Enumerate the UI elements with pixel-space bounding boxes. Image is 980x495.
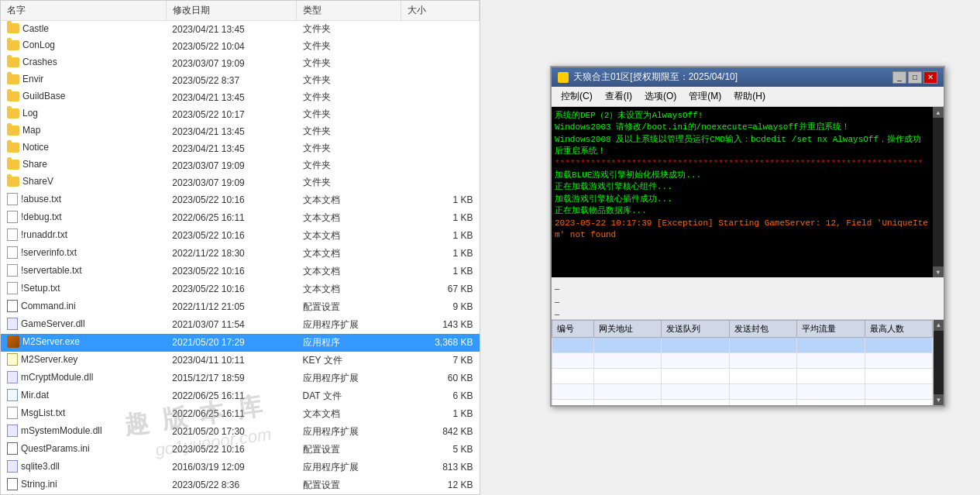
exe-icon <box>7 335 19 348</box>
table-row[interactable]: MsgList.txt 2022/06/25 16:11 文本文档 1 KB <box>1 405 480 423</box>
file-date: 2016/03/19 12:09 <box>166 459 296 476</box>
file-type: 文件夹 <box>297 174 401 191</box>
file-date: 2023/05/22 10:16 <box>166 191 296 209</box>
table-row[interactable]: Map 2023/04/21 13:45 文件夹 <box>1 123 480 140</box>
table-row[interactable]: ShareV 2023/03/07 19:09 文件夹 <box>1 174 480 191</box>
file-size <box>401 89 480 106</box>
server-cell <box>729 383 796 399</box>
file-type: DAT 文件 <box>297 387 401 405</box>
server-table: 编号网关地址发送队列发送封包平均流量最高人数 <box>552 320 933 406</box>
table-row[interactable]: Share 2023/03/07 19:09 文件夹 <box>1 157 480 174</box>
folder-icon <box>7 40 19 50</box>
console-line: 正在加载物品数据库... <box>555 205 930 217</box>
folder-icon <box>7 160 19 170</box>
close-button[interactable]: ✕ <box>923 71 937 84</box>
table-row[interactable]: !runaddr.txt 2023/05/22 10:16 文本文档 1 KB <box>1 227 480 245</box>
folder-icon <box>7 125 19 136</box>
file-icon-wrap: !runaddr.txt <box>7 229 67 241</box>
file-name: M2Server.key <box>1 352 166 370</box>
file-icon-wrap: !servertable.txt <box>7 264 82 277</box>
col-name[interactable]: 名字 <box>1 1 166 21</box>
table-row[interactable]: !servertable.txt 2023/05/22 10:16 文本文档 1… <box>1 263 480 280</box>
console-scrollbar[interactable]: ▲ ▼ <box>933 107 944 277</box>
file-date: 2022/11/12 21:05 <box>166 298 296 316</box>
table-row[interactable]: M2Server.exe 2021/05/20 17:29 应用程序 3,368… <box>1 334 480 352</box>
table-row[interactable]: Crashes 2023/03/07 19:09 文件夹 <box>1 55 480 72</box>
file-type: 应用程序扩展 <box>297 316 401 334</box>
file-size: 3,368 KB <box>401 334 480 352</box>
console-line: 加载游戏引擎核心插件成功... <box>555 194 930 205</box>
right-scroll-up[interactable]: ▲ <box>934 320 944 331</box>
server-table-row <box>552 383 933 399</box>
col-date[interactable]: 修改日期 <box>166 1 296 21</box>
col-size[interactable]: 大小 <box>401 1 480 21</box>
file-icon-wrap: mSystemModule.dll <box>7 425 102 437</box>
server-cell <box>552 368 594 383</box>
table-row[interactable]: Castle 2023/04/21 13:45 文件夹 <box>1 21 480 38</box>
scroll-down-arrow[interactable]: ▼ <box>933 266 944 277</box>
file-table: 名字 修改日期 类型 大小 Castle 2023/04/21 13:45 文件… <box>1 1 480 494</box>
right-scrollbar[interactable]: ▲ ▼ <box>933 320 944 406</box>
file-size <box>401 140 480 157</box>
file-type: 文件夹 <box>297 38 401 55</box>
table-row[interactable]: !Setup.txt 2023/05/22 10:16 文本文档 67 KB <box>1 280 480 298</box>
menu-help[interactable]: 帮助(H) <box>727 88 772 105</box>
file-icon-wrap: M2Server.exe <box>7 335 80 348</box>
table-row[interactable]: mCryptModule.dll 2015/12/17 18:59 应用程序扩展… <box>1 370 480 387</box>
file-icon-wrap: M2Server.key <box>7 353 77 366</box>
col-type[interactable]: 类型 <box>297 1 401 21</box>
server-cell <box>593 399 661 405</box>
file-name: Castle <box>1 21 166 38</box>
file-name: Share <box>1 157 166 174</box>
file-date: 2022/06/25 16:11 <box>166 405 296 423</box>
console-output: 系统的DEP（2）未设置为AlwaysOff!Windows2003 请修改/b… <box>555 110 940 241</box>
table-row[interactable]: Envir 2023/05/22 8:37 文件夹 <box>1 72 480 89</box>
file-icon-wrap: Share <box>7 159 47 170</box>
table-row[interactable]: GameServer.dll 2021/03/07 11:54 应用程序扩展 1… <box>1 316 480 334</box>
right-track[interactable] <box>934 331 944 395</box>
file-icon-wrap: ConLog <box>7 40 55 50</box>
minimize-button[interactable]: _ <box>892 71 906 84</box>
file-size <box>401 55 480 72</box>
right-scroll-down[interactable]: ▼ <box>934 394 944 405</box>
table-row[interactable]: Notice 2023/04/21 13:45 文件夹 <box>1 140 480 157</box>
menu-control[interactable]: 控制(C) <box>555 88 599 105</box>
table-row[interactable]: Log 2023/05/22 10:17 文件夹 <box>1 106 480 123</box>
table-row[interactable]: GuildBase 2023/04/21 13:45 文件夹 <box>1 89 480 106</box>
table-row[interactable]: Mir.dat 2022/06/25 16:11 DAT 文件 6 KB <box>1 387 480 405</box>
file-name: !Setup.txt <box>1 280 166 298</box>
console-line: Windows2008 及以上系统以管理员运行CMD输入：bcdedit /se… <box>555 134 930 158</box>
file-name: MsgList.txt <box>1 405 166 423</box>
scrollbar-track[interactable] <box>933 118 944 266</box>
menu-view[interactable]: 查看(I) <box>599 88 638 105</box>
file-name: mCryptModule.dll <box>1 370 166 387</box>
table-row[interactable]: sqlite3.dll 2016/03/19 12:09 应用程序扩展 813 … <box>1 459 480 476</box>
server-table-row <box>552 337 933 352</box>
folder-icon <box>7 91 19 101</box>
file-size: 60 KB <box>401 370 480 387</box>
file-name: Envir <box>1 72 166 89</box>
file-icon-wrap: Mir.dat <box>7 389 49 401</box>
table-row[interactable]: QuestParams.ini 2023/05/22 10:16 配置设置 5 … <box>1 441 480 459</box>
file-date: 2015/12/17 18:59 <box>166 370 296 387</box>
server-col-header: 网关地址 <box>593 320 661 337</box>
menu-options[interactable]: 选项(O) <box>638 88 683 105</box>
folder-icon <box>7 74 19 84</box>
file-name: String.ini <box>1 476 166 494</box>
table-row[interactable]: !debug.txt 2022/06/25 16:11 文本文档 1 KB <box>1 209 480 227</box>
file-size: 1 KB <box>401 245 480 263</box>
file-explorer: 名字 修改日期 类型 大小 Castle 2023/04/21 13:45 文件… <box>0 0 480 495</box>
table-row[interactable]: !abuse.txt 2023/05/22 10:16 文本文档 1 KB <box>1 191 480 209</box>
table-row[interactable]: mSystemModule.dll 2021/05/20 17:30 应用程序扩… <box>1 423 480 441</box>
file-type: KEY 文件 <box>297 352 401 370</box>
server-cell <box>662 383 729 399</box>
menu-manage[interactable]: 管理(M) <box>683 88 727 105</box>
scroll-up-arrow[interactable]: ▲ <box>933 107 944 118</box>
table-row[interactable]: Command.ini 2022/11/12 21:05 配置设置 9 KB <box>1 298 480 316</box>
table-row[interactable]: String.ini 2023/05/22 8:36 配置设置 12 KB <box>1 476 480 494</box>
server-cell <box>729 399 796 405</box>
maximize-button[interactable]: □ <box>908 71 922 84</box>
table-row[interactable]: M2Server.key 2023/04/11 10:11 KEY 文件 7 K… <box>1 352 480 370</box>
table-row[interactable]: !serverinfo.txt 2022/11/22 18:30 文本文档 1 … <box>1 245 480 263</box>
table-row[interactable]: ConLog 2023/05/22 10:04 文件夹 <box>1 38 480 55</box>
